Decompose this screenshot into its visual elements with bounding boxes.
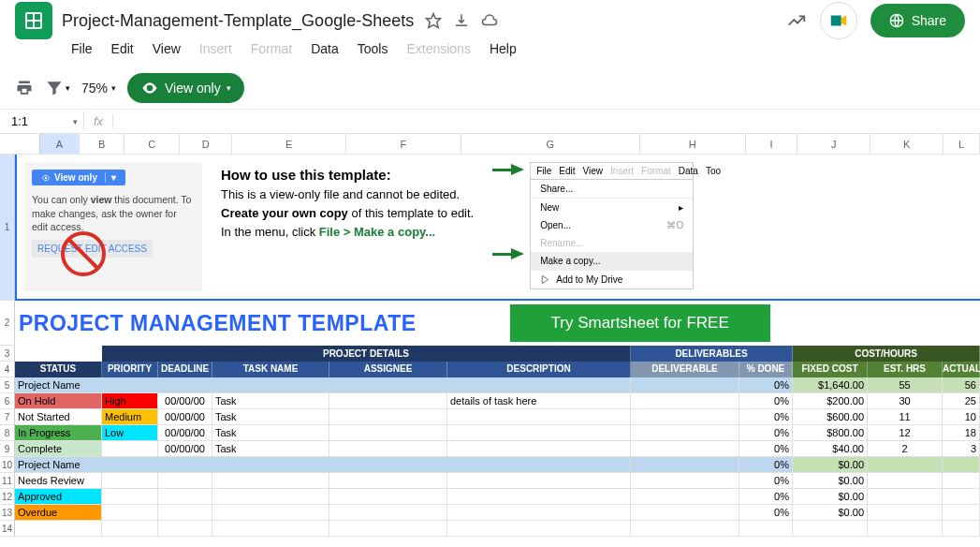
group-header-row: PROJECT DETAILS DELIVERABLES COST/HOURS (15, 346, 980, 362)
row-header-10[interactable]: 10 (0, 457, 15, 473)
row-header-3[interactable]: 3 (0, 346, 15, 362)
meet-icon[interactable] (820, 2, 857, 39)
document-title[interactable]: Project-Management-Template_Google-Sheet… (62, 11, 414, 31)
row-header-4[interactable]: 4 (0, 362, 15, 377)
row-header-12[interactable]: 12 (0, 489, 15, 505)
row-header-1[interactable]: 1 (0, 155, 15, 301)
col-header-H[interactable]: H (640, 134, 746, 154)
col-header-K[interactable]: K (870, 134, 943, 154)
share-button[interactable]: Share (870, 4, 965, 37)
move-icon[interactable] (453, 12, 470, 29)
col-header-J[interactable]: J (797, 134, 870, 154)
row-header-13[interactable]: 13 (0, 505, 15, 521)
row-header-9[interactable]: 9 (0, 441, 15, 457)
menu-file[interactable]: File (64, 37, 100, 60)
menu-view[interactable]: View (145, 37, 188, 60)
cloud-icon[interactable] (481, 12, 498, 29)
table-row[interactable]: On Hold High 00/00/00 Task details of ta… (15, 393, 980, 409)
filter-icon[interactable]: ▾ (45, 79, 70, 97)
menu-extensions[interactable]: Extensions (399, 37, 477, 60)
col-header-G[interactable]: G (461, 134, 640, 154)
row-header-5[interactable]: 5 (0, 377, 15, 393)
row-header-2[interactable]: 2 (0, 301, 15, 346)
svg-marker-5 (841, 16, 846, 26)
share-label: Share (912, 13, 946, 28)
row-header-8[interactable]: 8 (0, 425, 15, 441)
menu-tools[interactable]: Tools (350, 37, 396, 60)
table-row[interactable]: In Progress Low 00/00/00 Task 0% $800.00… (15, 425, 980, 441)
col-header-B[interactable]: B (80, 134, 125, 154)
table-row[interactable]: Complete 00/00/00 Task 0% $40.00 2 3 (15, 441, 980, 457)
table-row[interactable]: Overdue 0% $0.00 (15, 505, 980, 521)
menu-edit[interactable]: Edit (104, 37, 141, 60)
zoom-dropdown[interactable]: 75% ▾ (81, 81, 116, 96)
svg-point-7 (45, 176, 48, 179)
col-header-E[interactable]: E (232, 134, 346, 154)
menu-data[interactable]: Data (303, 37, 346, 60)
banner-menu-screenshot: FileEditViewInsertFormatDataToo Share...… (530, 162, 694, 289)
table-row[interactable]: Project Name 0% $0.00 (15, 457, 980, 473)
fx-label: fx (84, 114, 113, 128)
row-header-14[interactable]: 14 (0, 521, 15, 537)
col-header-L[interactable]: L (943, 134, 980, 154)
menu-help[interactable]: Help (482, 37, 524, 60)
row-header-6[interactable]: 6 (0, 393, 15, 409)
svg-line-9 (68, 239, 98, 269)
col-header-I[interactable]: I (746, 134, 798, 154)
row-header-11[interactable]: 11 (0, 473, 15, 489)
print-icon[interactable] (15, 79, 34, 97)
table-row[interactable]: Needs Review 0% $0.00 (15, 473, 980, 489)
menu-insert[interactable]: Insert (192, 37, 240, 60)
table-row[interactable]: Approved 0% $0.00 (15, 489, 980, 505)
svg-marker-3 (427, 14, 441, 28)
activity-icon[interactable] (786, 10, 807, 31)
select-all-cell[interactable] (0, 134, 40, 154)
template-title: PROJECT MANAGEMENT TEMPLATE (19, 311, 417, 336)
sheets-logo[interactable] (15, 2, 52, 39)
menu-format[interactable]: Format (243, 37, 300, 60)
arrow-icon (511, 248, 524, 259)
table-row[interactable]: Not Started Medium 00/00/00 Task 0% $600… (15, 409, 980, 425)
banner-view-only-pill: View only ▾ (32, 170, 125, 185)
banner-card: View only ▾ You can only view this docum… (24, 162, 202, 291)
try-smartsheet-button[interactable]: Try Smartsheet for FREE (510, 304, 770, 342)
star-icon[interactable] (425, 12, 442, 29)
view-only-pill[interactable]: View only ▾ (127, 73, 244, 103)
name-box[interactable]: 1:1▾ (6, 111, 84, 131)
svg-rect-4 (830, 16, 841, 26)
col-header-A[interactable]: A (40, 134, 80, 154)
table-row[interactable]: Project Name 0% $1,640.00 55 56 (15, 377, 980, 393)
col-header-D[interactable]: D (180, 134, 233, 154)
banner-instructions: How to use this template: This is a view… (221, 162, 474, 291)
table-row[interactable] (15, 521, 980, 537)
column-header-row: STATUS PRIORITY DEADLINE TASK NAME ASSIG… (15, 362, 980, 377)
col-header-C[interactable]: C (124, 134, 179, 154)
col-header-F[interactable]: F (346, 134, 461, 154)
row-header-7[interactable]: 7 (0, 409, 15, 425)
arrow-icon (511, 164, 524, 175)
